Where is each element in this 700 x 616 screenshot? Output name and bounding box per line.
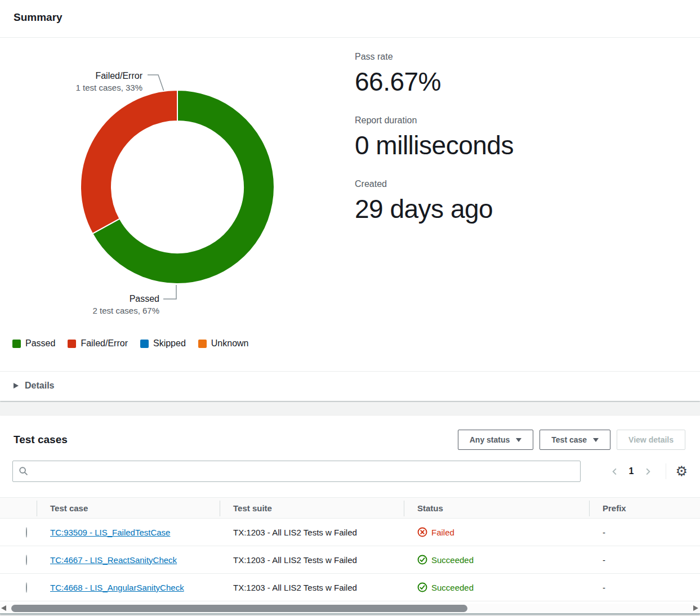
test-results-donut-chart: Failed/Error 1 test cases, 33% Passed 2 … [0, 56, 355, 321]
status-filter-label: Any status [470, 435, 510, 444]
type-filter-label: Test case [551, 435, 587, 444]
legend-color-chip [12, 340, 21, 348]
next-page-button[interactable] [640, 464, 656, 479]
summary-card: Summary Failed/Error 1 test cases, 33% P… [0, 0, 700, 401]
legend-item[interactable]: Skipped [140, 338, 186, 349]
legend-color-chip [140, 340, 149, 348]
table-row[interactable]: TC:4668 - LIS_AngularSanityCheck TX:1203… [0, 574, 700, 601]
status-badge: Succeeded [417, 582, 589, 592]
donut-slice-failed-error[interactable] [81, 90, 177, 234]
caret-down-icon [516, 438, 521, 442]
pagination: 1 ⚙ [607, 463, 688, 479]
table-toolbar: 1 ⚙ [12, 461, 688, 482]
details-expander[interactable]: Details [14, 381, 54, 391]
stat-pass-rate: Pass rate 66.67% [355, 52, 514, 97]
test-cases-card: Test cases Any status Test case View det… [0, 416, 700, 614]
scroll-left-arrow-icon[interactable] [1, 605, 6, 611]
circle-check-icon [417, 582, 427, 592]
test-cases-title: Test cases [14, 434, 68, 446]
status-text: Failed [431, 528, 454, 537]
test-suite-cell: TX:1203 - All LIS2 Tests w Failed [220, 528, 404, 537]
status-badge: Failed [417, 527, 589, 537]
stat-value: 29 days ago [355, 194, 514, 224]
table-row[interactable]: TC:4667 - LIS_ReactSanityCheck TX:1203 -… [0, 546, 700, 574]
type-filter-dropdown[interactable]: Test case [540, 430, 610, 450]
test-case-link[interactable]: TC:4668 - LIS_AngularSanityCheck [50, 583, 184, 592]
current-page-number[interactable]: 1 [625, 466, 639, 476]
passed-callout-leader-line [163, 285, 176, 299]
caret-down-icon [593, 438, 599, 442]
stat-label: Created [355, 179, 514, 189]
prefix-cell: - [589, 528, 700, 537]
test-suite-cell: TX:1203 - All LIS2 Tests w Failed [220, 583, 404, 592]
status-icon [417, 555, 427, 565]
column-header-prefix: Prefix [589, 503, 700, 513]
passed-slice-callout: Passed 2 test cases, 67% [93, 293, 159, 316]
test-cases-table: Test case Test suite Status Prefix TC:93… [0, 497, 700, 601]
column-header-test-case: Test case [37, 503, 220, 513]
donut-svg [0, 56, 355, 321]
legend-item-label: Unknown [211, 338, 249, 349]
settings-gear-icon[interactable]: ⚙ [675, 465, 688, 478]
legend-item[interactable]: Failed/Error [68, 338, 128, 349]
legend-color-chip [68, 340, 76, 348]
failed-slice-label: Failed/Error [76, 70, 142, 82]
scrollbar-thumb[interactable] [11, 605, 467, 612]
stat-label: Pass rate [355, 52, 514, 62]
search-input[interactable] [12, 461, 581, 482]
row-radio-button[interactable] [26, 582, 27, 593]
legend-item[interactable]: Passed [12, 338, 55, 349]
status-badge: Succeeded [417, 555, 589, 565]
failed-slice-callout: Failed/Error 1 test cases, 33% [76, 70, 142, 93]
toolbar-divider [666, 463, 666, 479]
scroll-right-arrow-icon[interactable] [693, 605, 698, 611]
previous-page-button[interactable] [607, 464, 622, 479]
stat-value: 0 milliseconds [355, 131, 514, 160]
view-details-button[interactable]: View details [617, 430, 685, 450]
stat-created: Created 29 days ago [355, 179, 514, 224]
status-icon [417, 582, 427, 592]
status-filter-dropdown[interactable]: Any status [458, 430, 534, 450]
circle-x-icon [417, 527, 427, 537]
report-page: Summary Failed/Error 1 test cases, 33% P… [0, 0, 700, 616]
test-cases-header: Test cases Any status Test case View det… [14, 430, 685, 450]
row-radio-button[interactable] [26, 527, 27, 538]
test-case-link[interactable]: TC:4667 - LIS_ReactSanityCheck [50, 555, 177, 565]
chart-legend: Passed Failed/Error Skipped Unknown [12, 338, 248, 349]
failed-slice-value: 1 test cases, 33% [76, 82, 142, 93]
stat-label: Report duration [355, 115, 514, 126]
summary-stats: Pass rate 66.67% Report duration 0 milli… [355, 52, 514, 243]
chevron-left-icon [610, 467, 619, 476]
status-icon [417, 527, 427, 537]
details-label: Details [25, 381, 54, 391]
chevron-right-icon [644, 467, 652, 476]
view-details-label: View details [628, 435, 674, 444]
passed-slice-value: 2 test cases, 67% [93, 305, 159, 316]
stat-report-duration: Report duration 0 milliseconds [355, 115, 514, 160]
table-body: TC:93509 - LIS_FailedTestCase TX:1203 - … [0, 519, 700, 601]
table-header-row: Test case Test suite Status Prefix [0, 497, 700, 519]
horizontal-scrollbar[interactable] [0, 604, 700, 613]
summary-title: Summary [14, 11, 686, 24]
column-header-test-suite: Test suite [220, 503, 404, 513]
legend-item-label: Failed/Error [81, 338, 128, 349]
summary-divider [0, 371, 700, 372]
legend-item-label: Passed [25, 338, 55, 349]
failed-callout-leader-line [148, 75, 164, 91]
stat-value: 66.67% [355, 67, 514, 97]
table-row[interactable]: TC:93509 - LIS_FailedTestCase TX:1203 - … [0, 519, 700, 546]
prefix-cell: - [589, 583, 700, 592]
status-text: Succeeded [431, 555, 474, 565]
passed-slice-label: Passed [93, 293, 159, 305]
row-radio-button[interactable] [26, 555, 27, 565]
prefix-cell: - [589, 555, 700, 565]
column-header-status: Status [404, 503, 589, 513]
legend-item-label: Skipped [153, 338, 186, 349]
legend-color-chip [198, 340, 207, 348]
status-text: Succeeded [431, 583, 474, 592]
test-cases-actions: Any status Test case View details [458, 430, 685, 450]
summary-header: Summary [0, 0, 700, 38]
circle-check-icon [417, 555, 427, 565]
legend-item[interactable]: Unknown [198, 338, 249, 349]
test-case-link[interactable]: TC:93509 - LIS_FailedTestCase [50, 528, 170, 537]
